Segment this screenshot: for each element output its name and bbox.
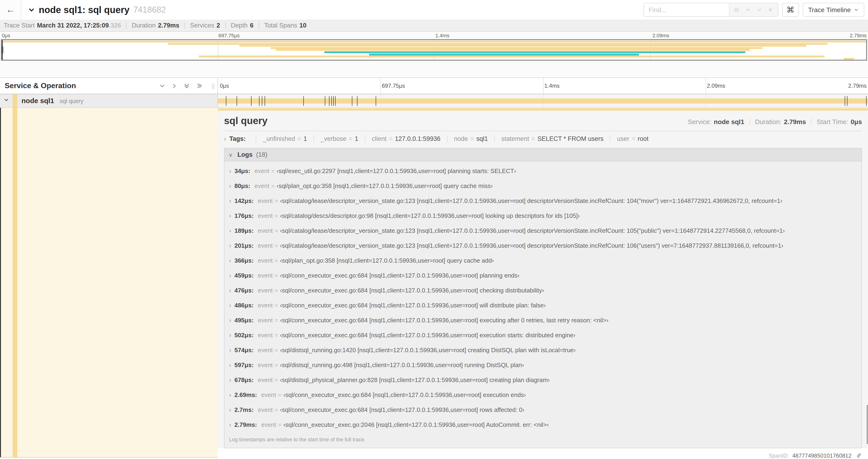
spanid-label: SpanID: <box>769 453 789 459</box>
log-time: 459μs: <box>235 272 254 279</box>
tick-label: 2.09ms <box>652 33 669 38</box>
service-operation-header: Service & Operation <box>0 78 218 94</box>
log-time: 34μs: <box>235 167 250 174</box>
span-color-strip <box>12 94 17 107</box>
log-entry[interactable]: ›34μs:event=‹sql/exec_util.go:2297 [nsql… <box>224 164 862 179</box>
log-entry[interactable]: ›366μs:event=‹sql/plan_opt.go:358 [nsql1… <box>224 253 862 268</box>
log-time: 678μs: <box>235 376 254 384</box>
services-value: 2 <box>217 22 220 29</box>
log-tick <box>262 96 262 106</box>
chevron-right-icon: › <box>229 347 231 354</box>
log-entry[interactable]: ›189μs:event=‹sql/catalog/lease/descript… <box>224 223 862 238</box>
locate-icon[interactable] <box>732 5 741 14</box>
logs-toggle[interactable]: ∨ Logs (18) <box>224 148 862 161</box>
total-spans-value: 10 <box>299 22 306 29</box>
log-tick <box>866 96 867 106</box>
log-entry[interactable]: ›476μs:event=‹sql/conn_executor_exec.go:… <box>224 283 862 298</box>
log-entry[interactable]: ›2.79ms:event=‹sql/conn_executor_exec.go… <box>224 418 862 432</box>
chevron-right-icon: › <box>229 227 231 234</box>
log-entry[interactable]: ›142μs:event=‹sql/catalog/lease/descript… <box>224 194 862 208</box>
log-eq: = <box>271 167 275 174</box>
minimap-bar <box>844 58 854 60</box>
log-eq: = <box>275 376 278 384</box>
log-entry[interactable]: ›2.69ms:event=‹sql/conn_executor_exec.go… <box>224 388 862 402</box>
log-entry[interactable]: ›176μs:event=‹sql/catalog/descs/descript… <box>224 208 862 223</box>
collapse-chevron-icon[interactable] <box>28 6 35 13</box>
minimap-bar <box>168 43 827 44</box>
tag-item: user=root <box>610 135 648 142</box>
log-entry[interactable]: ›597μs:event=‹sql/distsql_running.go:498… <box>224 358 862 373</box>
link-icon[interactable] <box>856 453 862 459</box>
detail-span-bar[interactable] <box>218 108 868 110</box>
collapse-all-icon[interactable] <box>183 83 190 89</box>
log-message: ‹sql/catalog/lease/descriptor_version_st… <box>280 197 782 204</box>
logs-note: Log timestamps are relative to the start… <box>224 432 862 448</box>
find-input[interactable] <box>644 3 729 16</box>
minimap-tick-labels: 0μs 697.75μs 1.4ms 2.09ms 2.79ms <box>0 33 868 39</box>
detail-card-body: sql query Service: node sql1 Duration: 2… <box>218 110 868 448</box>
chevron-right-icon: › <box>229 317 231 324</box>
expand-one-icon[interactable] <box>171 83 177 89</box>
minimap-bar <box>240 45 807 47</box>
span-detail-row: sql query Service: node sql1 Duration: 2… <box>0 108 868 458</box>
services-label: Services <box>190 22 214 29</box>
expand-all-icon[interactable] <box>196 83 203 89</box>
tag-item: client=127.0.0.1:59936 <box>365 135 440 142</box>
minimap-bar <box>369 54 639 55</box>
chevron-down-icon[interactable] <box>4 97 9 103</box>
log-eq: = <box>275 197 278 204</box>
log-time: 502μs: <box>235 332 254 339</box>
keyboard-shortcuts-button[interactable]: ⌘ <box>782 3 799 17</box>
chevron-right-icon: › <box>229 167 231 174</box>
tag-value: root <box>638 135 649 142</box>
tags-toggle[interactable]: › Tags: <box>224 135 249 142</box>
tag-value: 1 <box>304 135 307 142</box>
minimap-bar <box>271 47 763 49</box>
log-entry[interactable]: ›678μs:event=‹sql/distsql_physical_plann… <box>224 373 862 388</box>
prev-match-icon[interactable] <box>743 5 752 14</box>
tick-label: 0μs <box>2 33 10 38</box>
log-entry[interactable]: ›495μs:event=‹sql/conn_executor_exec.go:… <box>224 313 862 328</box>
view-selector-button[interactable]: Trace Timeline <box>802 3 864 17</box>
command-icon: ⌘ <box>786 5 794 15</box>
log-entry[interactable]: ›459μs:event=‹sql/conn_executor_exec.go:… <box>224 268 862 283</box>
column-resizer[interactable] <box>212 84 214 89</box>
back-button[interactable]: ← <box>0 0 22 20</box>
timeline-header-row: Service & Operation 0μs <box>0 77 868 94</box>
ruler-tick-label: 0μs <box>220 83 229 89</box>
start-time-label: Start Time: <box>817 118 848 126</box>
log-entry[interactable]: ›574μs:event=‹sql/distsql_running.go:142… <box>224 343 862 358</box>
log-entry[interactable]: ›2.7ms:event=‹sql/conn_executor_exec.go:… <box>224 402 862 418</box>
tag-item: _verbose=1 <box>314 135 359 142</box>
trace-start-ms: .326 <box>109 22 121 29</box>
minimap-canvas[interactable] <box>1 39 867 61</box>
log-message: ‹sql/catalog/lease/descriptor_version_st… <box>280 242 783 249</box>
span-row: node sql1 sql query <box>0 94 868 108</box>
scrubber-handle[interactable] <box>1 46 3 54</box>
log-tick <box>847 96 847 106</box>
log-time: 176μs: <box>235 212 254 219</box>
service-label: Service: <box>688 118 711 126</box>
back-arrow-icon: ← <box>6 5 15 15</box>
collapse-one-icon[interactable] <box>159 83 165 89</box>
log-entry[interactable]: ›502μs:event=‹sql/conn_executor_exec.go:… <box>224 328 862 343</box>
log-field: event <box>258 332 273 339</box>
span-name-cell[interactable]: node sql1 sql query <box>0 94 218 108</box>
timeline-minimap: 0μs 697.75μs 1.4ms 2.09ms 2.79ms <box>0 32 868 77</box>
trace-total-spans: Total Spans 10 <box>264 22 306 29</box>
scrollbar-thumb[interactable] <box>867 405 868 444</box>
log-eq: = <box>275 362 278 368</box>
clear-search-icon[interactable] <box>766 5 775 14</box>
log-entry[interactable]: ›80μs:event=‹sql/plan_opt.go:358 [nsql1,… <box>224 179 862 194</box>
span-bar[interactable] <box>218 98 868 104</box>
log-eq: = <box>278 391 281 398</box>
tag-item: statement=SELECT * FROM users <box>494 135 603 142</box>
log-message: ‹sql/plan_opt.go:358 [nsql1,client=127.0… <box>277 183 493 189</box>
log-entry[interactable]: ›201μs:event=‹sql/catalog/lease/descript… <box>224 238 862 253</box>
top-bar-actions: ⌘ Trace Timeline <box>643 3 868 17</box>
start-time-value: 0μs <box>851 118 862 126</box>
log-entry[interactable]: ›486μs:event=‹sql/conn_executor_exec.go:… <box>224 298 862 313</box>
log-eq: = <box>275 272 278 279</box>
tag-value: 1 <box>355 135 359 142</box>
next-match-icon[interactable] <box>754 5 764 14</box>
